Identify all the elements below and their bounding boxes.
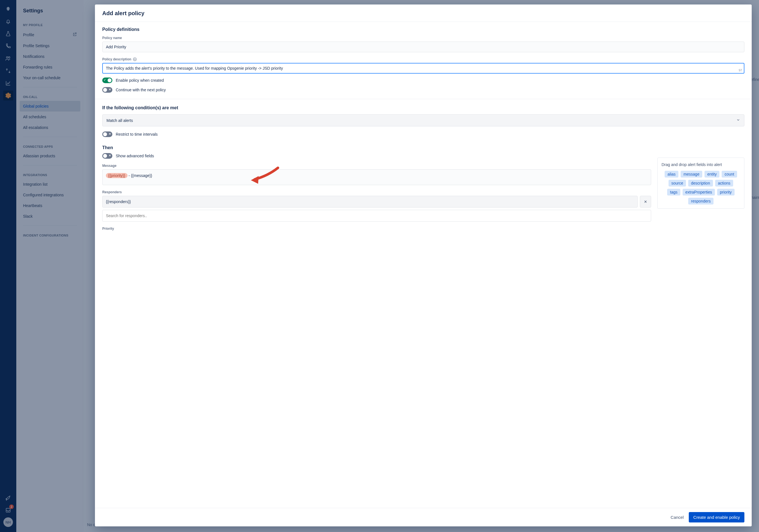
tag-responders[interactable]: responders: [688, 198, 713, 204]
alert-fields-panel: Drag and drop alert fields into alert al…: [657, 158, 744, 209]
policy-name-input[interactable]: [102, 42, 744, 52]
continue-next-policy-toggle[interactable]: ✕: [102, 87, 112, 93]
message-text: - {{message}}: [129, 173, 152, 178]
enable-policy-toggle[interactable]: ✓: [102, 77, 112, 83]
modal-footer: Cancel Create and enable policy: [95, 508, 752, 526]
modal-title: Add alert policy: [102, 10, 744, 17]
tag-entity[interactable]: entity: [704, 171, 719, 178]
tag-source[interactable]: source: [668, 180, 686, 186]
tag-alias[interactable]: alias: [664, 171, 678, 178]
policy-description-label: Policy description ?: [102, 57, 744, 61]
enable-policy-label: Enable policy when created: [116, 78, 164, 83]
responders-value[interactable]: {{responders}}: [102, 196, 638, 208]
tag-description[interactable]: description: [688, 180, 713, 186]
conditions-heading: If the following condition(s) are met: [102, 105, 744, 110]
responders-search-input[interactable]: [102, 210, 651, 222]
modal-body: Policy definitions Policy name Policy de…: [95, 22, 752, 508]
tag-priority[interactable]: priority: [717, 189, 735, 195]
chevron-down-icon: [736, 118, 740, 123]
show-advanced-toggle[interactable]: ✕: [102, 153, 112, 159]
restrict-time-toggle[interactable]: ✕: [102, 132, 112, 137]
show-advanced-label: Show advanced fields: [116, 154, 154, 158]
priority-label: Priority: [102, 227, 651, 230]
add-alert-policy-modal: Add alert policy Policy definitions Poli…: [95, 5, 752, 526]
tag-actions[interactable]: actions: [715, 180, 733, 186]
restrict-time-label: Restrict to time intervals: [116, 132, 158, 137]
create-enable-policy-button[interactable]: Create and enable policy: [689, 512, 744, 522]
tag-tags[interactable]: tags: [667, 189, 680, 195]
tag-count[interactable]: count: [722, 171, 737, 178]
condition-match-select[interactable]: Match all alerts: [102, 114, 744, 126]
responders-label: Responders: [102, 190, 651, 194]
tag-extra-properties[interactable]: extraProperties: [683, 189, 715, 195]
alert-fields-hint: Drag and drop alert fields into alert: [661, 162, 740, 167]
policy-description-input[interactable]: [102, 63, 744, 74]
cancel-button[interactable]: Cancel: [670, 512, 684, 522]
then-heading: Then: [102, 145, 651, 150]
modal-header: Add alert policy: [95, 5, 752, 22]
responders-clear-button[interactable]: [640, 196, 651, 208]
tag-message[interactable]: message: [681, 171, 702, 178]
continue-next-policy-label: Continue with the next policy: [116, 88, 166, 92]
description-char-count: 97: [739, 68, 742, 72]
help-icon[interactable]: ?: [133, 57, 137, 61]
alert-fields-tag-list: alias message entity count source descri…: [661, 171, 740, 204]
message-label: Message: [102, 164, 651, 168]
message-field[interactable]: {{priority}} - {{message}}: [102, 169, 651, 185]
policy-definitions-heading: Policy definitions: [102, 27, 744, 32]
message-priority-chip[interactable]: {{priority}}: [106, 173, 128, 178]
policy-name-label: Policy name: [102, 36, 744, 40]
